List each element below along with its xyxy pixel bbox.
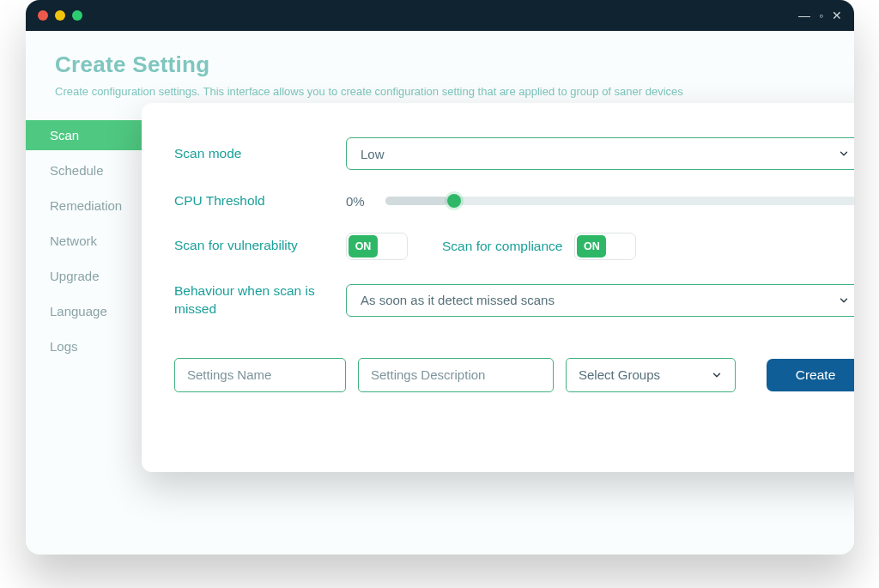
settings-name-input[interactable] — [174, 358, 346, 392]
label-cpu-threshold: CPU Threshold — [174, 192, 346, 210]
minimize-dot-icon[interactable] — [55, 10, 65, 21]
select-groups-dropdown[interactable]: Select Groups — [566, 358, 736, 392]
settings-description-input[interactable] — [358, 358, 554, 392]
window-controls: — ◦ ✕ — [798, 9, 842, 22]
label-scan-mode: Scan mode — [174, 145, 346, 163]
slider-track-filled — [385, 197, 447, 205]
toggle-scan-vulnerability[interactable]: ON — [346, 233, 408, 260]
settings-modal: Scan mode Low CPU Threshold 0% — [142, 103, 854, 472]
label-scan-vulnerability: Scan for vulnerability — [174, 237, 346, 255]
chevron-down-icon — [838, 294, 850, 306]
label-scan-compliance: Scan for compliance — [442, 239, 562, 254]
minimize-icon[interactable]: — — [798, 9, 810, 22]
chevron-down-icon — [838, 148, 850, 160]
footer-row: Select Groups Create — [174, 358, 854, 392]
select-groups-label: Select Groups — [579, 367, 660, 382]
cpu-threshold-value: 0% — [346, 194, 377, 209]
cpu-threshold-slider[interactable] — [385, 197, 854, 205]
row-missed-scan: Behaviour when scan is missed As soon as… — [174, 282, 854, 318]
missed-scan-select[interactable]: As soon as it detect missed scans — [346, 284, 854, 317]
maximize-icon[interactable]: ◦ — [819, 9, 823, 22]
titlebar: — ◦ ✕ — [26, 0, 854, 31]
app-window: — ◦ ✕ Create Setting Create configuratio… — [26, 0, 854, 555]
missed-scan-value: As soon as it detect missed scans — [361, 293, 555, 307]
traffic-lights — [38, 10, 82, 21]
toggle-on-chip: ON — [577, 235, 606, 258]
row-scan-mode: Scan mode Low — [174, 137, 854, 170]
create-button[interactable]: Create — [767, 359, 854, 391]
label-missed-scan: Behaviour when scan is missed — [174, 282, 346, 318]
maximize-dot-icon[interactable] — [72, 10, 82, 21]
page-title: Create Setting — [26, 31, 854, 83]
toggle-on-chip: ON — [349, 235, 378, 258]
scan-mode-select[interactable]: Low — [346, 137, 854, 170]
scan-mode-value: Low — [361, 147, 385, 161]
close-dot-icon[interactable] — [38, 10, 48, 21]
row-cpu-threshold: CPU Threshold 0% — [174, 192, 854, 210]
chevron-down-icon — [711, 369, 723, 381]
close-icon[interactable]: ✕ — [832, 9, 842, 22]
row-toggles: Scan for vulnerability ON Scan for compl… — [174, 233, 854, 260]
toggle-scan-compliance[interactable]: ON — [574, 233, 636, 260]
slider-thumb[interactable] — [447, 194, 461, 208]
